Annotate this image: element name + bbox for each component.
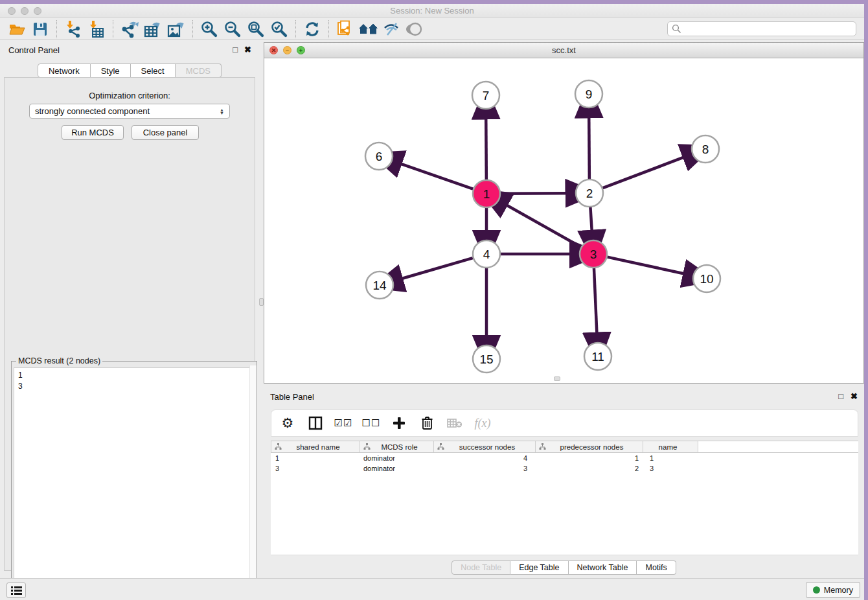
zoom-out-button[interactable] bbox=[221, 19, 244, 39]
eye-icon bbox=[406, 22, 424, 36]
table-float-panel-icon[interactable]: □ bbox=[838, 391, 843, 401]
tab-edge-table[interactable]: Edge Table bbox=[510, 560, 568, 575]
float-panel-icon[interactable]: □ bbox=[233, 45, 238, 54]
cell-shared-name[interactable]: 1 bbox=[271, 454, 360, 462]
horizontal-splitter-handle[interactable] bbox=[554, 376, 560, 381]
criterion-select[interactable]: strongly connected component ▲▼ bbox=[29, 104, 230, 119]
table-close-panel-icon[interactable]: ✖ bbox=[851, 391, 858, 401]
table-panel: Table Panel □ ✖ ⚙ ☑☑ ☐☐ bbox=[264, 385, 864, 578]
close-panel-button[interactable]: Close panel bbox=[131, 125, 199, 140]
unchecked-boxes-icon: ☐☐ bbox=[362, 417, 381, 429]
graph-edge-3-11[interactable] bbox=[594, 268, 597, 335]
zoom-fit-button[interactable] bbox=[244, 19, 268, 39]
tab-mcds[interactable]: MCDS bbox=[176, 63, 222, 78]
column-header-shared-name[interactable]: shared name bbox=[271, 441, 360, 452]
graph-node-label-15: 15 bbox=[479, 352, 493, 366]
hide-graphics-details-button[interactable] bbox=[380, 19, 404, 39]
result-scrollbar[interactable] bbox=[249, 365, 257, 600]
open-session-button[interactable] bbox=[5, 19, 29, 39]
cell-name[interactable]: 1 bbox=[643, 454, 698, 462]
graph-node-label-11: 11 bbox=[591, 350, 604, 363]
create-column-button[interactable] bbox=[391, 415, 407, 432]
import-network-button[interactable] bbox=[62, 19, 85, 39]
cell-name[interactable]: 3 bbox=[643, 465, 698, 472]
mcds-panel: Optimization criterion: strongly connect… bbox=[4, 77, 255, 571]
zoom-in-button[interactable] bbox=[198, 19, 221, 39]
graph-node-label-1: 1 bbox=[483, 187, 490, 201]
tab-style[interactable]: Style bbox=[91, 63, 131, 78]
application-window: Session: New Session bbox=[0, 4, 864, 600]
delete-column-button[interactable] bbox=[418, 415, 435, 432]
deselect-all-button[interactable]: ☐☐ bbox=[363, 415, 380, 432]
select-all-button[interactable]: ☑☑ bbox=[335, 415, 352, 432]
network-window-titlebar[interactable]: ✕ – + scc.txt bbox=[264, 43, 863, 58]
tab-network[interactable]: Network bbox=[38, 63, 91, 78]
column-header-successor-nodes[interactable]: successor nodes bbox=[434, 441, 536, 452]
memory-status-icon bbox=[813, 586, 820, 594]
graph-edge-1-7[interactable] bbox=[486, 117, 486, 179]
select-stepper-icon: ▲▼ bbox=[220, 108, 224, 115]
run-mcds-button[interactable]: Run MCDS bbox=[62, 125, 124, 140]
import-table-icon bbox=[88, 20, 105, 38]
graph-edge-4-14[interactable] bbox=[400, 258, 473, 279]
network-canvas[interactable]: 7968124314101511 bbox=[264, 58, 863, 383]
mcds-result-title: MCDS result (2 nodes) bbox=[16, 356, 102, 365]
export-network-button[interactable] bbox=[118, 19, 141, 39]
cell-successor-nodes[interactable]: 3 bbox=[434, 465, 536, 472]
toolbar-separator bbox=[113, 20, 113, 38]
cell-predecessor-nodes[interactable]: 2 bbox=[536, 465, 643, 472]
cell-predecessor-nodes[interactable]: 1 bbox=[536, 454, 643, 462]
export-image-button[interactable] bbox=[165, 19, 188, 39]
graph-node-label-10: 10 bbox=[700, 272, 713, 286]
refresh-button[interactable] bbox=[301, 19, 324, 39]
column-header-predecessor-nodes[interactable]: predecessor nodes bbox=[536, 441, 643, 452]
columns-icon bbox=[308, 416, 323, 430]
cell-mcds-role[interactable]: dominator bbox=[360, 465, 434, 472]
graph-edge-2-8[interactable] bbox=[603, 157, 686, 188]
graph-edge-1-2[interactable] bbox=[501, 193, 568, 194]
graph-edge-2-9[interactable] bbox=[589, 115, 589, 179]
delete-table-button[interactable] bbox=[446, 415, 463, 432]
memory-button[interactable]: Memory bbox=[806, 582, 860, 598]
cell-shared-name[interactable]: 3 bbox=[271, 465, 360, 472]
table-row[interactable]: 3 dominator 3 2 3 bbox=[271, 463, 858, 474]
tab-network-table[interactable]: Network Table bbox=[569, 560, 637, 575]
graph-node-label-8: 8 bbox=[702, 143, 709, 156]
tab-node-table[interactable]: Node Table bbox=[451, 560, 510, 575]
function-builder-button[interactable]: f(x) bbox=[474, 415, 491, 432]
zoom-in-icon bbox=[201, 21, 218, 38]
column-header-name[interactable]: name bbox=[643, 441, 698, 452]
cyndex-home-button[interactable] bbox=[357, 19, 380, 39]
zoom-selected-button[interactable] bbox=[268, 19, 291, 39]
export-table-button[interactable] bbox=[141, 19, 165, 39]
mcds-result-text[interactable]: 1 3 bbox=[14, 367, 255, 600]
vertical-splitter-handle[interactable] bbox=[259, 298, 264, 306]
toolbar-separator bbox=[295, 20, 296, 38]
search-input[interactable] bbox=[667, 21, 856, 36]
show-graphics-details-button[interactable] bbox=[404, 19, 427, 39]
cell-mcds-role[interactable]: dominator bbox=[360, 454, 434, 462]
graph-edge-3-1[interactable] bbox=[505, 204, 581, 247]
graph-edge-2-3[interactable] bbox=[590, 207, 591, 233]
graph-edge-3-10[interactable] bbox=[607, 257, 685, 274]
trash-icon bbox=[421, 416, 433, 430]
table-row[interactable]: 1 dominator 4 1 1 bbox=[271, 453, 858, 463]
graph-node-label-6: 6 bbox=[376, 150, 383, 163]
import-table-button[interactable] bbox=[85, 19, 108, 39]
tab-motifs[interactable]: Motifs bbox=[637, 560, 676, 575]
zoom-fit-icon bbox=[247, 21, 264, 38]
show-columns-button[interactable] bbox=[307, 415, 324, 432]
open-folder-icon bbox=[8, 21, 25, 37]
cell-successor-nodes[interactable]: 4 bbox=[434, 454, 536, 462]
tab-select[interactable]: Select bbox=[131, 63, 176, 78]
list-icon bbox=[11, 586, 22, 595]
table-options-button[interactable]: ⚙ bbox=[279, 415, 296, 432]
graph-node-label-9: 9 bbox=[586, 87, 593, 101]
network-from-selection-button[interactable] bbox=[334, 19, 357, 39]
graph-edge-1-6[interactable] bbox=[399, 163, 473, 189]
column-header-mcds-role[interactable]: MCDS role bbox=[360, 441, 434, 452]
close-panel-icon[interactable]: ✖ bbox=[244, 45, 251, 54]
column-tree-icon bbox=[275, 443, 282, 450]
save-session-button[interactable] bbox=[29, 19, 52, 39]
task-history-button[interactable] bbox=[6, 583, 26, 598]
